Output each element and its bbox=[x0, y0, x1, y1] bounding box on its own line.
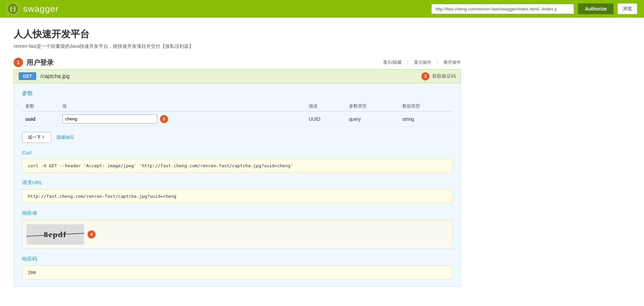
response-body-badge: 4 bbox=[87, 230, 96, 238]
param-input-wrap: 3 bbox=[62, 114, 302, 123]
table-row: uuid 3 UUID query string bbox=[22, 112, 452, 127]
response-body-title: 响应体 bbox=[22, 210, 452, 216]
page-description: renren-fast是一个轻量级的Java快速开发平台，能快速开发项目并交付【… bbox=[14, 43, 461, 50]
request-url-code: http://fast.cheng.com/renren-fast/captch… bbox=[22, 189, 452, 203]
method-badge: GET bbox=[19, 72, 36, 80]
hide-response-link[interactable]: 隐藏响应 bbox=[57, 135, 74, 140]
sep1: | bbox=[407, 59, 408, 65]
main-content: 人人快速开发平台 renren-fast是一个轻量级的Java快速开发平台，能快… bbox=[0, 18, 475, 304]
section-actions: 显示/隐藏 | 显示操作 | 展开操作 bbox=[383, 59, 461, 65]
section-badge: 1 bbox=[14, 58, 23, 67]
try-button[interactable]: 试一下！ bbox=[22, 132, 51, 143]
curl-code: curl -X GET --header 'Accept: image/jpeg… bbox=[22, 159, 452, 173]
user-login-section: 1 用户登录 显示/隐藏 | 显示操作 | 展开操作 GET /captcha.… bbox=[14, 58, 461, 287]
authorize-button[interactable]: Authorize bbox=[578, 3, 613, 14]
section-header: 1 用户登录 显示/隐藏 | 显示操作 | 展开操作 bbox=[14, 58, 461, 67]
curl-title: Curl bbox=[22, 150, 452, 155]
param-value-cell: 3 bbox=[59, 112, 305, 127]
expanded-panel: 参数 参数 值 描述 参数类型 数据类型 uuid bbox=[14, 83, 461, 287]
param-data-type: string bbox=[399, 112, 452, 127]
show-hide-action[interactable]: 显示/隐藏 bbox=[383, 59, 402, 65]
sep2: | bbox=[437, 59, 438, 65]
action-row: 试一下！ 隐藏响应 bbox=[22, 132, 452, 143]
endpoint-label: 获取验证码 bbox=[432, 73, 456, 79]
param-type: query bbox=[346, 112, 399, 127]
response-code-section: 响应码 200 bbox=[22, 256, 452, 280]
expand-ops-action[interactable]: 展开操作 bbox=[443, 59, 461, 65]
col-param: 参数 bbox=[22, 101, 59, 112]
show-ops-action[interactable]: 显示操作 bbox=[414, 59, 431, 65]
curl-section: Curl curl -X GET --header 'Accept: image… bbox=[22, 150, 452, 173]
response-code-value: 200 bbox=[22, 266, 452, 280]
brand-name: swagger bbox=[23, 4, 59, 14]
param-desc: UUID bbox=[305, 112, 346, 127]
section-title-wrap: 1 用户登录 bbox=[14, 58, 54, 67]
response-body-section: 响应体 8epdf 4 bbox=[22, 210, 452, 249]
param-name: uuid bbox=[22, 112, 59, 127]
header: {·} swagger Authorize 浏览 bbox=[0, 0, 644, 18]
page-title: 人人快速开发平台 bbox=[14, 28, 461, 41]
browse-button[interactable]: 浏览 bbox=[618, 3, 637, 14]
logo-symbol: {·} bbox=[10, 6, 16, 12]
swagger-logo-icon: {·} bbox=[7, 3, 19, 15]
endpoint-badge: 2 bbox=[421, 72, 429, 80]
param-badge: 3 bbox=[160, 115, 168, 123]
captcha-image: 8epdf bbox=[26, 224, 84, 245]
endpoint-path: /captcha.jpg bbox=[40, 73, 69, 79]
response-body-area: 8epdf 4 bbox=[22, 220, 452, 249]
request-url-title: 请求URL bbox=[22, 179, 452, 186]
col-param-type: 参数类型 bbox=[346, 101, 399, 112]
endpoint-row[interactable]: GET /captcha.jpg 2 获取验证码 bbox=[14, 69, 461, 83]
request-url-section: 请求URL http://fast.cheng.com/renren-fast/… bbox=[22, 179, 452, 203]
col-desc: 描述 bbox=[305, 101, 346, 112]
params-table: 参数 值 描述 参数类型 数据类型 uuid 3 bbox=[22, 101, 452, 127]
section-title: 用户登录 bbox=[26, 58, 54, 67]
params-title: 参数 bbox=[22, 90, 452, 97]
response-code-title: 响应码 bbox=[22, 256, 452, 262]
col-value: 值 bbox=[59, 101, 305, 112]
captcha-text: 8epdf bbox=[44, 230, 66, 239]
url-input[interactable] bbox=[431, 4, 574, 14]
col-data-type: 数据类型 bbox=[399, 101, 452, 112]
endpoint-label-right: 2 获取验证码 bbox=[421, 72, 456, 80]
uuid-input[interactable] bbox=[62, 114, 157, 123]
